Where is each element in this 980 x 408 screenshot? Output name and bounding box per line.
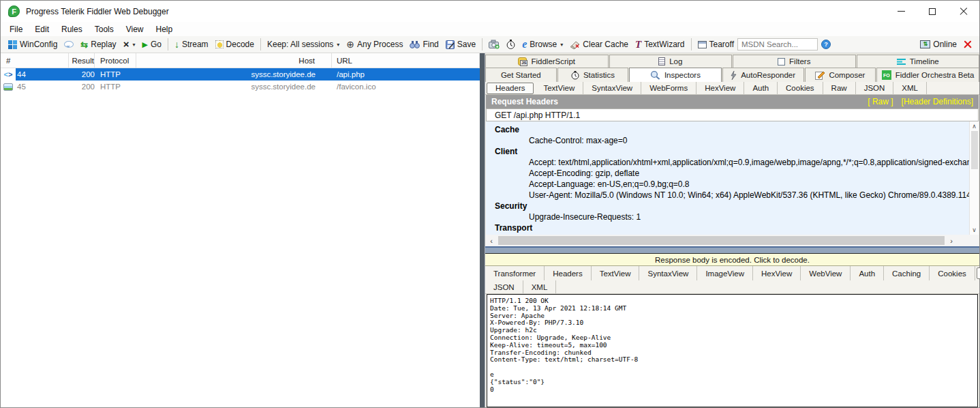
vertical-scrollbar[interactable]: ∧ ∨ bbox=[969, 121, 979, 235]
header-group-client[interactable]: Client bbox=[486, 146, 969, 157]
screenshot-button[interactable] bbox=[485, 38, 503, 50]
header-group-transport[interactable]: Transport bbox=[486, 222, 969, 233]
column-header-result[interactable]: Result bbox=[69, 53, 95, 68]
request-tab-hexview[interactable]: HexView bbox=[696, 82, 744, 94]
scrollbar-thumb[interactable] bbox=[498, 236, 945, 245]
header-item[interactable]: Upgrade-Insecure-Requests: 1 bbox=[486, 212, 969, 222]
header-group-security[interactable]: Security bbox=[486, 201, 969, 212]
header-item[interactable]: Accept: text/html,application/xhtml+xml,… bbox=[486, 157, 969, 168]
session-row-44[interactable]: <> 44 200 HTTP syssc.storyidee.de /api.p… bbox=[1, 68, 480, 81]
remove-sessions-button[interactable]: × ▾ bbox=[120, 38, 139, 50]
request-tab-raw[interactable]: Raw bbox=[823, 82, 856, 94]
any-process-button[interactable]: ⊕ Any Process bbox=[343, 38, 406, 50]
tab-log[interactable]: Log bbox=[609, 55, 733, 68]
winconfig-button[interactable]: WinConfig bbox=[5, 38, 61, 50]
request-response-splitter[interactable] bbox=[485, 246, 979, 253]
keep-sessions-dropdown[interactable]: Keep: All sessions ▾ bbox=[264, 38, 343, 50]
request-tab-webforms[interactable]: WebForms bbox=[641, 82, 696, 94]
request-tab-syntaxview[interactable]: SyntaxView bbox=[583, 82, 641, 94]
tab-timeline[interactable]: Timeline bbox=[857, 55, 980, 68]
horizontal-scrollbar[interactable]: ‹ › bbox=[486, 235, 979, 246]
main-tab-strip: Get Started Statistics Inspectors bbox=[485, 68, 979, 82]
header-item[interactable]: Cache-Control: max-age=0 bbox=[486, 135, 969, 146]
column-header-protocol[interactable]: Protocol bbox=[95, 53, 136, 68]
save-button[interactable]: Save bbox=[442, 38, 479, 50]
response-tab-transformer[interactable]: Transformer bbox=[485, 266, 545, 280]
header-item[interactable]: Host: syssc.storyidee.de bbox=[486, 233, 969, 235]
minimize-button[interactable] bbox=[885, 1, 917, 22]
request-tab-headers[interactable]: Headers bbox=[487, 83, 534, 94]
tab-statistics[interactable]: Statistics bbox=[557, 68, 629, 82]
column-header-host[interactable]: Host bbox=[136, 53, 332, 68]
response-tab-syntaxview[interactable]: SyntaxView bbox=[639, 266, 697, 280]
response-tab-cookies[interactable]: Cookies bbox=[930, 266, 975, 280]
menu-view[interactable]: View bbox=[120, 23, 150, 35]
scroll-up-icon[interactable]: ∧ bbox=[972, 123, 977, 130]
header-item[interactable]: User-Agent: Mozilla/5.0 (Windows NT 10.0… bbox=[486, 190, 969, 201]
request-tab-cookies[interactable]: Cookies bbox=[778, 82, 823, 94]
request-tab-textview[interactable]: TextView bbox=[535, 82, 583, 94]
go-button[interactable]: ▶ Go bbox=[138, 38, 164, 50]
comment-button[interactable] bbox=[61, 40, 77, 49]
decode-banner[interactable]: Response body is encoded. Click to decod… bbox=[485, 253, 979, 266]
menu-file[interactable]: File bbox=[3, 23, 29, 35]
response-tab-imageview[interactable]: ImageView bbox=[697, 266, 753, 280]
menu-bar: File Edit Rules Tools View Help bbox=[1, 22, 979, 36]
exit-toolbar-button[interactable] bbox=[960, 39, 975, 50]
msdn-search-input[interactable] bbox=[737, 38, 818, 50]
request-tab-json[interactable]: JSON bbox=[856, 82, 894, 94]
tearoff-button[interactable]: Tearoff bbox=[694, 38, 737, 50]
response-tab-auth[interactable]: Auth bbox=[851, 266, 884, 280]
help-button[interactable]: ? bbox=[818, 38, 834, 50]
tab-fiddler-orchestra[interactable]: FO Fiddler Orchestra Beta bbox=[876, 68, 979, 82]
tab-filters[interactable]: Filters bbox=[733, 55, 856, 68]
tab-inspectors[interactable]: Inspectors bbox=[629, 68, 721, 82]
online-indicator[interactable]: ⇅ Online bbox=[917, 38, 960, 50]
response-tab-raw[interactable]: Raw bbox=[977, 267, 980, 279]
menu-edit[interactable]: Edit bbox=[29, 23, 55, 35]
scroll-left-icon[interactable]: ‹ bbox=[486, 237, 497, 245]
response-tab-json[interactable]: JSON bbox=[485, 280, 523, 293]
response-tab-xml[interactable]: XML bbox=[523, 280, 557, 293]
response-tab-webview[interactable]: WebView bbox=[801, 266, 851, 280]
column-header-url[interactable]: URL bbox=[332, 53, 480, 68]
request-tab-auth[interactable]: Auth bbox=[744, 82, 778, 94]
browse-button[interactable]: e Browse ▾ bbox=[519, 38, 566, 51]
column-header-number[interactable]: # bbox=[1, 53, 69, 68]
decode-button[interactable]: Decode bbox=[212, 38, 258, 50]
response-tab-hexview[interactable]: HexView bbox=[753, 266, 801, 280]
find-button[interactable]: Find bbox=[406, 38, 442, 50]
menu-rules[interactable]: Rules bbox=[55, 23, 89, 35]
tab-fiddlerscript[interactable]: FiddlerScript bbox=[485, 55, 609, 68]
scroll-right-icon[interactable]: › bbox=[946, 237, 957, 245]
vertical-splitter[interactable] bbox=[480, 53, 485, 407]
menu-help[interactable]: Help bbox=[150, 23, 179, 35]
raw-link[interactable]: [ Raw ] bbox=[868, 97, 893, 106]
response-tab-textview[interactable]: TextView bbox=[592, 266, 640, 280]
response-tab-headers[interactable]: Headers bbox=[545, 266, 591, 280]
request-line[interactable]: GET /api.php HTTP/1.1 bbox=[486, 108, 979, 121]
maximize-button[interactable] bbox=[917, 1, 948, 22]
stream-button[interactable]: ↓ Stream bbox=[171, 38, 212, 50]
tab-get-started[interactable]: Get Started bbox=[485, 68, 557, 82]
clear-cache-button[interactable]: Clear Cache bbox=[566, 38, 632, 50]
textwizard-button[interactable]: T TextWizard bbox=[632, 38, 688, 51]
header-group-cache[interactable]: Cache bbox=[486, 124, 969, 135]
request-tab-xml[interactable]: XML bbox=[893, 82, 927, 94]
tab-composer[interactable]: Composer bbox=[805, 68, 876, 82]
header-item[interactable]: Accept-Encoding: gzip, deflate bbox=[486, 168, 969, 179]
fiddler-window: F Progress Telerik Fiddler Web Debugger … bbox=[0, 0, 980, 408]
response-tab-caching[interactable]: Caching bbox=[884, 266, 930, 280]
close-button[interactable] bbox=[948, 1, 979, 22]
tab-label: Caching bbox=[892, 269, 921, 278]
menu-tools[interactable]: Tools bbox=[89, 23, 120, 35]
tab-autoresponder[interactable]: AutoResponder bbox=[722, 68, 804, 82]
session-row-45[interactable]: 45 200 HTTP syssc.storyidee.de /favicon.… bbox=[1, 81, 480, 93]
header-definitions-link[interactable]: [Header Definitions] bbox=[902, 97, 973, 106]
scroll-down-icon[interactable]: ∨ bbox=[972, 227, 977, 233]
response-raw-body[interactable]: HTTP/1.1 200 OK Date: Tue, 13 Apr 2021 1… bbox=[487, 294, 978, 407]
header-item[interactable]: Accept-Language: en-US,en;q=0.9,bg;q=0.8 bbox=[486, 179, 969, 190]
scrollbar-thumb[interactable] bbox=[971, 131, 978, 169]
timer-button[interactable] bbox=[503, 38, 519, 50]
replay-button[interactable]: ⇆ Replay bbox=[77, 38, 119, 50]
